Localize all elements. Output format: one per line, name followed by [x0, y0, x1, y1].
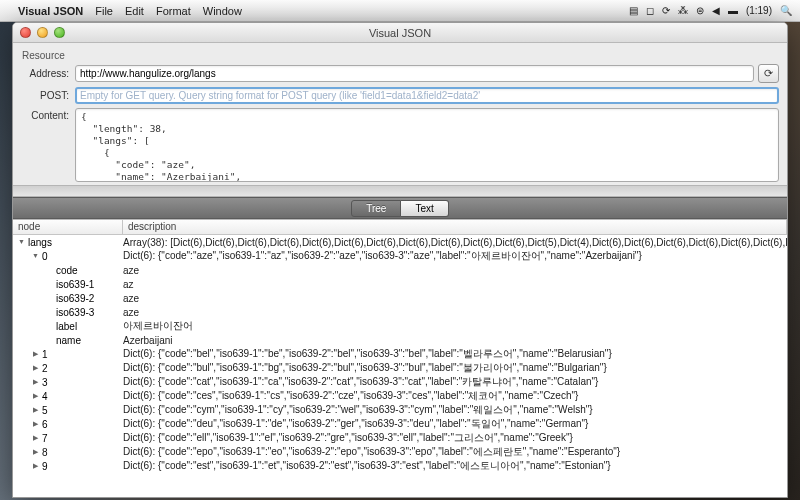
disclosure-triangle-icon[interactable] — [31, 391, 40, 400]
node-key: iso639-1 — [56, 279, 94, 290]
resource-group-label: Resource — [22, 50, 779, 61]
menu-file[interactable]: File — [95, 5, 113, 17]
node-key: label — [56, 321, 77, 332]
node-key: 3 — [42, 377, 48, 388]
node-key: 5 — [42, 405, 48, 416]
disclosure-triangle-icon[interactable] — [17, 237, 26, 246]
disclosure-triangle-icon[interactable] — [31, 447, 40, 456]
node-key: 1 — [42, 349, 48, 360]
table-row[interactable]: 5Dict(6): {"code":"cym","iso639-1":"cy",… — [13, 403, 787, 417]
system-menubar: Visual JSON File Edit Format Window ▤ ◻ … — [0, 0, 800, 21]
col-header-node[interactable]: node — [13, 220, 123, 234]
tab-tree[interactable]: Tree — [351, 200, 401, 217]
node-key: 9 — [42, 461, 48, 472]
menubar-right: ▤ ◻ ⟳ ⁂ ⊜ ◀ ▬ (1:19) 🔍 — [629, 5, 792, 16]
pane-separator[interactable] — [13, 185, 787, 197]
reload-button[interactable]: ⟳ — [758, 64, 779, 83]
node-description: az — [123, 279, 787, 290]
node-description: Dict(6): {"code":"epo","iso639-1":"eo","… — [123, 445, 787, 459]
table-row[interactable]: label아제르바이잔어 — [13, 319, 787, 333]
table-row[interactable]: langsArray(38): [Dict(6),Dict(6),Dict(6)… — [13, 235, 787, 249]
node-key: code — [56, 265, 78, 276]
node-key: 8 — [42, 447, 48, 458]
node-description: Dict(6): {"code":"ces","iso639-1":"cs","… — [123, 389, 787, 403]
node-description: Array(38): [Dict(6),Dict(6),Dict(6),Dict… — [123, 237, 787, 248]
table-row[interactable]: 4Dict(6): {"code":"ces","iso639-1":"cs",… — [13, 389, 787, 403]
node-description: Dict(6): {"code":"est","iso639-1":"et","… — [123, 459, 787, 473]
node-description: Dict(6): {"code":"ell","iso639-1":"el","… — [123, 431, 787, 445]
table-row[interactable]: codeaze — [13, 263, 787, 277]
node-description: aze — [123, 293, 787, 304]
node-description: Dict(6): {"code":"deu","iso639-1":"de","… — [123, 417, 787, 431]
content-label: Content: — [21, 108, 69, 182]
wifi-icon[interactable]: ⊜ — [696, 5, 704, 16]
post-row: POST: — [21, 87, 779, 104]
node-description: aze — [123, 307, 787, 318]
sync-icon[interactable]: ⟳ — [662, 5, 670, 16]
col-header-description[interactable]: description — [123, 220, 787, 234]
reload-icon: ⟳ — [764, 67, 773, 80]
node-key: 7 — [42, 433, 48, 444]
disclosure-triangle-icon[interactable] — [31, 363, 40, 372]
table-row[interactable]: nameAzerbaijani — [13, 333, 787, 347]
window-title: Visual JSON — [13, 27, 787, 39]
node-key: 4 — [42, 391, 48, 402]
table-row[interactable]: iso639-2aze — [13, 291, 787, 305]
node-description: Dict(6): {"code":"cym","iso639-1":"cy","… — [123, 403, 787, 417]
table-row[interactable]: 3Dict(6): {"code":"cat","iso639-1":"ca",… — [13, 375, 787, 389]
node-key: iso639-2 — [56, 293, 94, 304]
table-row[interactable]: 0Dict(6): {"code":"aze","iso639-1":"az",… — [13, 249, 787, 263]
tab-text[interactable]: Text — [401, 200, 448, 217]
menubar-left: Visual JSON File Edit Format Window — [18, 5, 242, 17]
menu-edit[interactable]: Edit — [125, 5, 144, 17]
resource-pane: Resource Address: ⟳ POST: Content: { "le… — [13, 43, 787, 185]
bluetooth-icon[interactable]: ⁂ — [678, 5, 688, 16]
disclosure-triangle-icon[interactable] — [31, 377, 40, 386]
table-row[interactable]: 7Dict(6): {"code":"ell","iso639-1":"el",… — [13, 431, 787, 445]
disclosure-triangle-icon[interactable] — [31, 251, 40, 260]
node-description: Dict(6): {"code":"aze","iso639-1":"az","… — [123, 249, 787, 263]
disclosure-triangle-icon[interactable] — [31, 433, 40, 442]
node-description: aze — [123, 265, 787, 276]
table-row[interactable]: 6Dict(6): {"code":"deu","iso639-1":"de",… — [13, 417, 787, 431]
content-row: Content: { "length": 38, "langs": [ { "c… — [21, 108, 779, 182]
node-description: 아제르바이잔어 — [123, 319, 787, 333]
disclosure-triangle-icon[interactable] — [31, 405, 40, 414]
table-row[interactable]: iso639-1az — [13, 277, 787, 291]
volume-icon[interactable]: ◀ — [712, 5, 720, 16]
disclosure-triangle-icon[interactable] — [31, 461, 40, 470]
view-mode-segment: Tree Text — [13, 197, 787, 219]
node-description: Azerbaijani — [123, 335, 787, 346]
table-row[interactable]: 9Dict(6): {"code":"est","iso639-1":"et",… — [13, 459, 787, 473]
table-row[interactable]: 8Dict(6): {"code":"epo","iso639-1":"eo",… — [13, 445, 787, 459]
post-label: POST: — [21, 90, 69, 101]
table-row[interactable]: iso639-3aze — [13, 305, 787, 319]
post-input[interactable] — [75, 87, 779, 104]
table-row[interactable]: 1Dict(6): {"code":"bel","iso639-1":"be",… — [13, 347, 787, 361]
node-key: 6 — [42, 419, 48, 430]
menu-window[interactable]: Window — [203, 5, 242, 17]
table-row[interactable]: 2Dict(6): {"code":"bul","iso639-1":"bg",… — [13, 361, 787, 375]
node-key: 0 — [42, 251, 48, 262]
node-description: Dict(6): {"code":"cat","iso639-1":"ca","… — [123, 375, 787, 389]
node-key: name — [56, 335, 81, 346]
tree-view: node description langsArray(38): [Dict(6… — [13, 219, 787, 497]
menu-format[interactable]: Format — [156, 5, 191, 17]
address-row: Address: ⟳ — [21, 64, 779, 83]
node-key: iso639-3 — [56, 307, 94, 318]
node-description: Dict(6): {"code":"bel","iso639-1":"be","… — [123, 347, 787, 361]
clock[interactable]: (1:19) — [746, 5, 772, 16]
tree-body[interactable]: langsArray(38): [Dict(6),Dict(6),Dict(6)… — [13, 235, 787, 497]
disclosure-triangle-icon[interactable] — [31, 349, 40, 358]
battery-icon[interactable]: ▬ — [728, 5, 738, 16]
display-icon[interactable]: ◻ — [646, 5, 654, 16]
menu-extra-icon[interactable]: ▤ — [629, 5, 638, 16]
node-key: langs — [28, 237, 52, 248]
spotlight-icon[interactable]: 🔍 — [780, 5, 792, 16]
content-textarea[interactable]: { "length": 38, "langs": [ { "code": "az… — [75, 108, 779, 182]
window-titlebar[interactable]: Visual JSON — [13, 23, 787, 43]
tree-header: node description — [13, 220, 787, 235]
address-input[interactable] — [75, 65, 754, 82]
disclosure-triangle-icon[interactable] — [31, 419, 40, 428]
app-menu[interactable]: Visual JSON — [18, 5, 83, 17]
